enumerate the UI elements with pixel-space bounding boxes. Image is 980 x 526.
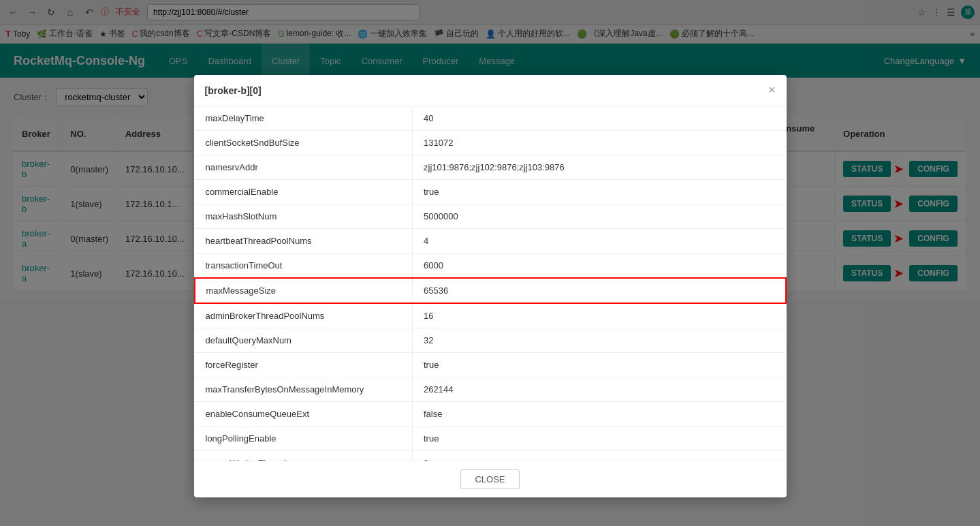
config-row: enableConsumeQueueExt false (195, 402, 786, 427)
config-table: maxDelayTime 40 clientSocketSndBufSize 1… (194, 106, 787, 461)
modal-close-button[interactable]: × (768, 83, 776, 97)
config-row: adminBrokerThreadPoolNums 16 (195, 303, 786, 328)
config-row: commercialEnable true (195, 180, 786, 204)
config-row: maxMessageSize 65536 (195, 278, 786, 303)
config-key: serverWorkerThreads (195, 451, 413, 461)
config-value: true (413, 427, 786, 451)
config-key: adminBrokerThreadPoolNums (195, 303, 413, 328)
close-modal-button[interactable]: CLOSE (460, 469, 519, 489)
config-value: 8 (413, 451, 786, 461)
config-value: true (413, 180, 786, 204)
config-value: 32 (413, 328, 786, 353)
config-value: 5000000 (413, 204, 786, 229)
config-key: maxMessageSize (195, 278, 413, 303)
config-key: forceRegister (195, 353, 413, 377)
config-modal: [broker-b][0] × maxDelayTime 40 clientSo… (194, 75, 787, 497)
config-value: 6000 (413, 253, 786, 279)
config-key: heartbeatThreadPoolNums (195, 229, 413, 253)
config-value: 131072 (413, 131, 786, 155)
config-key: commercialEnable (195, 180, 413, 204)
config-row: heartbeatThreadPoolNums 4 (195, 229, 786, 253)
config-key: maxTransferBytesOnMessageInMemory (195, 377, 413, 402)
modal-footer: CLOSE (194, 461, 787, 497)
config-value: 40 (413, 106, 786, 131)
config-key: clientSocketSndBufSize (195, 131, 413, 155)
config-value: 262144 (413, 377, 786, 402)
config-row: defaultQueryMaxNum 32 (195, 328, 786, 353)
config-value: 4 (413, 229, 786, 253)
config-row: maxDelayTime 40 (195, 106, 786, 131)
modal-body[interactable]: maxDelayTime 40 clientSocketSndBufSize 1… (194, 106, 787, 461)
config-row: namesrvAddr zjj101:9876;zjj102:9876;zjj1… (195, 155, 786, 180)
modal-header: [broker-b][0] × (194, 75, 787, 106)
config-row: forceRegister true (195, 353, 786, 377)
modal-title: [broker-b][0] (205, 85, 262, 96)
config-row: maxTransferBytesOnMessageInMemory 262144 (195, 377, 786, 402)
config-row: transactionTimeOut 6000 (195, 253, 786, 279)
config-row: serverWorkerThreads 8 (195, 451, 786, 461)
modal-overlay: [broker-b][0] × maxDelayTime 40 clientSo… (0, 0, 980, 526)
config-value: false (413, 402, 786, 427)
config-key: longPollingEnable (195, 427, 413, 451)
config-key: defaultQueryMaxNum (195, 328, 413, 353)
config-value: 16 (413, 303, 786, 328)
config-value: zjj101:9876;zjj102:9876;zjj103:9876 (413, 155, 786, 180)
config-value: true (413, 353, 786, 377)
config-key: maxHashSlotNum (195, 204, 413, 229)
config-value: 65536 (413, 278, 786, 303)
config-row: clientSocketSndBufSize 131072 (195, 131, 786, 155)
config-key: transactionTimeOut (195, 253, 413, 279)
config-key: maxDelayTime (195, 106, 413, 131)
config-key: enableConsumeQueueExt (195, 402, 413, 427)
config-row: longPollingEnable true (195, 427, 786, 451)
config-row: maxHashSlotNum 5000000 (195, 204, 786, 229)
config-key: namesrvAddr (195, 155, 413, 180)
